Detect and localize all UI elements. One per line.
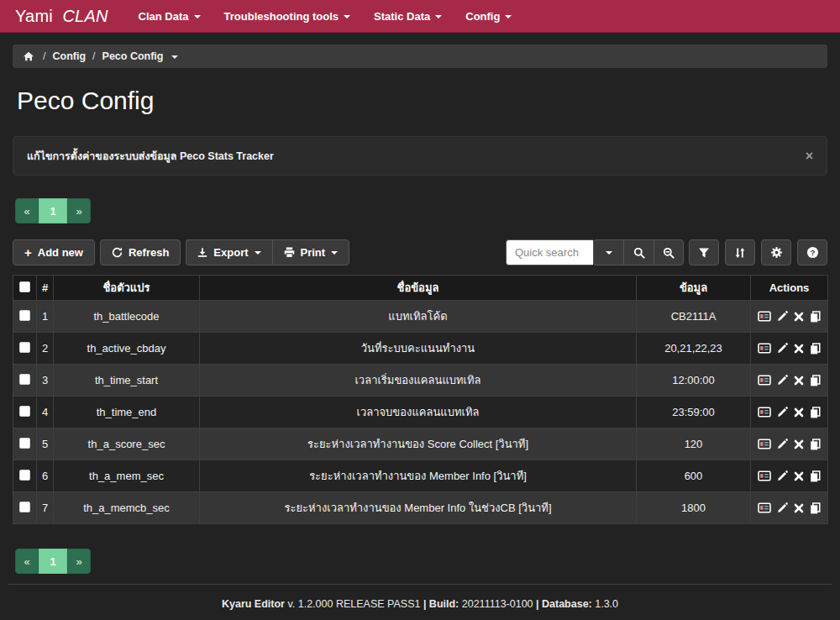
delete-icon bbox=[794, 312, 804, 322]
edit-button[interactable] bbox=[777, 502, 788, 513]
copy-button[interactable] bbox=[810, 407, 821, 418]
copy-icon bbox=[810, 343, 821, 355]
copy-button[interactable] bbox=[810, 375, 821, 386]
edit-icon bbox=[777, 502, 788, 513]
actions-cell bbox=[751, 301, 828, 333]
footer-text: Kyaru Editor v. 1.2.000 RELEASE PASS1 | … bbox=[0, 598, 840, 610]
row-select-cell bbox=[13, 492, 37, 524]
settings-button[interactable] bbox=[761, 239, 791, 265]
row-checkbox[interactable] bbox=[19, 470, 30, 481]
delete-icon bbox=[794, 407, 804, 418]
pagination-prev-button[interactable]: « bbox=[15, 198, 39, 223]
help-button[interactable]: ? bbox=[797, 239, 827, 265]
detail-button[interactable] bbox=[758, 439, 771, 449]
close-icon[interactable]: × bbox=[806, 150, 813, 163]
refresh-button[interactable]: Refresh bbox=[100, 239, 181, 265]
detail-button[interactable] bbox=[758, 407, 771, 418]
variable-name-cell: th_a_mem_sec bbox=[54, 460, 200, 492]
search-minus-icon bbox=[663, 247, 675, 259]
row-number: 2 bbox=[37, 333, 54, 365]
edit-button[interactable] bbox=[777, 343, 788, 354]
actions-cell bbox=[751, 492, 828, 524]
clear-search-icon-button[interactable] bbox=[654, 239, 684, 265]
detail-button[interactable] bbox=[758, 311, 771, 322]
footer-database-value: 1.3.0 bbox=[592, 598, 618, 610]
variable-name-cell: th_a_memcb_sec bbox=[54, 492, 200, 524]
export-button[interactable]: Export bbox=[186, 239, 271, 265]
add-new-button[interactable]: + Add new bbox=[13, 239, 95, 265]
actions-cell bbox=[751, 428, 828, 460]
row-checkbox[interactable] bbox=[19, 502, 30, 512]
copy-button[interactable] bbox=[810, 502, 821, 514]
nav-item-config[interactable]: Config bbox=[454, 0, 523, 33]
delete-button[interactable] bbox=[794, 312, 804, 322]
table-row: 3th_time_startเวลาเริ่มของแคลนแบทเทิล12:… bbox=[13, 365, 828, 397]
svg-text:?: ? bbox=[810, 248, 815, 257]
copy-button[interactable] bbox=[810, 470, 821, 482]
data-name-cell: ระยะห่างเวลาทำงานของ Member Info [วินาที… bbox=[200, 460, 637, 492]
chevron-down-icon bbox=[344, 15, 350, 18]
delete-icon bbox=[794, 503, 804, 513]
detail-button[interactable] bbox=[758, 470, 771, 481]
edit-button[interactable] bbox=[777, 470, 788, 481]
breadcrumb-config[interactable]: Config bbox=[52, 50, 86, 62]
filter-button[interactable] bbox=[689, 239, 719, 265]
delete-button[interactable] bbox=[794, 376, 804, 386]
detail-button[interactable] bbox=[758, 502, 771, 513]
brand-italic-text: CLAN bbox=[62, 7, 108, 25]
edit-icon bbox=[777, 470, 788, 481]
nav-item-troubleshooting-tools[interactable]: Troubleshooting tools bbox=[213, 0, 363, 33]
sort-button[interactable] bbox=[725, 239, 755, 265]
row-checkbox[interactable] bbox=[19, 406, 30, 417]
print-button[interactable]: Print bbox=[272, 239, 350, 265]
actions-cell bbox=[751, 333, 828, 365]
edit-button[interactable] bbox=[777, 375, 788, 386]
row-number: 6 bbox=[37, 460, 54, 492]
delete-button[interactable] bbox=[794, 471, 804, 481]
copy-button[interactable] bbox=[810, 439, 821, 450]
row-number: 7 bbox=[37, 492, 54, 524]
home-icon[interactable] bbox=[23, 50, 34, 62]
delete-button[interactable] bbox=[794, 407, 804, 418]
export-print-group: Export Print bbox=[186, 239, 349, 265]
detail-icon bbox=[758, 311, 771, 322]
copy-icon bbox=[810, 439, 821, 450]
copy-button[interactable] bbox=[810, 311, 821, 323]
nav-item-clan-data[interactable]: Clan Data bbox=[127, 0, 213, 33]
pagination-page-1-button[interactable]: 1 bbox=[39, 549, 67, 574]
breadcrumb-peco-config[interactable]: Peco Config bbox=[102, 50, 164, 62]
delete-button[interactable] bbox=[794, 439, 804, 449]
footer-build-label: | Build: bbox=[423, 598, 459, 610]
row-checkbox[interactable] bbox=[19, 438, 30, 449]
pagination-next-button[interactable]: » bbox=[67, 198, 91, 223]
edit-button[interactable] bbox=[777, 439, 788, 449]
pagination-prev-button[interactable]: « bbox=[15, 549, 39, 574]
search-options-button[interactable] bbox=[593, 239, 623, 265]
pagination-top: « 1 » bbox=[15, 198, 840, 223]
edit-button[interactable] bbox=[777, 311, 788, 322]
select-all-checkbox[interactable] bbox=[19, 281, 30, 292]
search-button[interactable] bbox=[623, 239, 654, 265]
edit-icon bbox=[777, 375, 788, 386]
nav-item-static-data[interactable]: Static Data bbox=[362, 0, 454, 33]
row-checkbox[interactable] bbox=[19, 310, 30, 321]
delete-button[interactable] bbox=[794, 344, 804, 354]
detail-button[interactable] bbox=[758, 343, 771, 354]
pagination-page-1-button[interactable]: 1 bbox=[39, 198, 67, 223]
chevron-down-icon bbox=[194, 15, 201, 18]
table-row: 7th_a_memcb_secระยะห่างเวลาทำงานของ Memb… bbox=[13, 492, 828, 524]
copy-button[interactable] bbox=[810, 343, 821, 355]
brand-logo[interactable]: Yami CLAN bbox=[15, 7, 108, 26]
refresh-icon bbox=[112, 247, 123, 258]
nav-item-label: Troubleshooting tools bbox=[224, 10, 339, 23]
row-checkbox[interactable] bbox=[19, 342, 30, 353]
breadcrumb-dropdown-caret-icon[interactable] bbox=[171, 55, 178, 59]
pagination-next-button[interactable]: » bbox=[67, 549, 91, 574]
delete-button[interactable] bbox=[794, 503, 804, 513]
row-checkbox[interactable] bbox=[19, 374, 30, 385]
edit-icon bbox=[777, 311, 788, 322]
search-input[interactable] bbox=[506, 239, 593, 265]
edit-button[interactable] bbox=[777, 407, 788, 418]
search-icon bbox=[633, 247, 645, 259]
detail-button[interactable] bbox=[758, 375, 771, 386]
